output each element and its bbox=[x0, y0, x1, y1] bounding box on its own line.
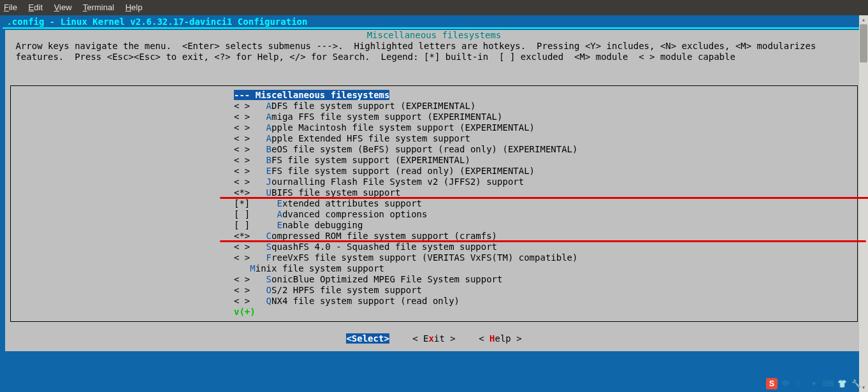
lang-icon[interactable]: 中 bbox=[780, 378, 792, 389]
annotation-underline-1 bbox=[220, 197, 868, 199]
option-row[interactable]: < > ADFS file system support (EXPERIMENT… bbox=[234, 101, 855, 112]
title-rule bbox=[3, 27, 865, 29]
option-row[interactable]: < > Journalling Flash File System v2 (JF… bbox=[234, 177, 855, 187]
option-row[interactable]: < > BFS file system support (EXPERIMENTA… bbox=[234, 155, 855, 166]
option-row[interactable]: < > Apple Macintosh file system support … bbox=[234, 122, 855, 133]
menu-view[interactable]: View bbox=[54, 3, 72, 12]
option-row[interactable]: [ ] Advanced compression options bbox=[234, 209, 855, 220]
scroll-thumb[interactable] bbox=[860, 24, 867, 62]
config-title: .config - Linux Kernel v2.6.32.17-davinc… bbox=[1, 17, 867, 27]
system-tray: S 中 ☾ ✦ ⌨ 👕 🔧 bbox=[766, 378, 862, 389]
section-title: Miscellaneous filesystems bbox=[5, 30, 863, 41]
button-row: <Select> < Exit > < Help > bbox=[5, 327, 863, 351]
help-text: Arrow keys navigate the menu. <Enter> se… bbox=[5, 41, 863, 62]
scrollbar[interactable]: ▴ ▾ bbox=[859, 15, 868, 392]
keyboard-icon[interactable]: ⌨ bbox=[822, 378, 834, 389]
option-row[interactable]: < > BeOS file system (BeFS) support (rea… bbox=[234, 144, 855, 155]
option-row[interactable]: < > SonicBlue Optimized MPEG File System… bbox=[234, 274, 855, 285]
terminal: .config - Linux Kernel v2.6.32.17-davinc… bbox=[0, 15, 868, 392]
menu-terminal[interactable]: Terminal bbox=[83, 3, 114, 12]
menu-help[interactable]: Help bbox=[126, 3, 143, 12]
option-row[interactable]: < > OS/2 HPFS file system support bbox=[234, 285, 855, 296]
moon-icon[interactable]: ☾ bbox=[794, 378, 806, 389]
option-row[interactable]: < > Amiga FFS file system support (EXPER… bbox=[234, 112, 855, 122]
annotation-underline-2 bbox=[220, 240, 866, 242]
help-button[interactable]: < Help > bbox=[479, 333, 521, 344]
menu-file[interactable]: File bbox=[4, 3, 17, 12]
option-row[interactable]: < > Apple Extended HFS file system suppo… bbox=[234, 133, 855, 144]
menubar: File Edit View Terminal Help bbox=[0, 0, 868, 15]
scroll-up-icon[interactable]: ▴ bbox=[859, 15, 868, 24]
ime-icon[interactable]: S bbox=[766, 378, 778, 389]
option-row[interactable]: Minix file system support bbox=[234, 263, 855, 274]
menu-edit[interactable]: Edit bbox=[29, 3, 43, 12]
person-icon[interactable]: 👕 bbox=[836, 378, 848, 389]
option-row[interactable]: < > EFS file system support (read only) … bbox=[234, 166, 855, 177]
more-indicator: v(+) bbox=[234, 307, 855, 317]
sparkle-icon[interactable]: ✦ bbox=[808, 378, 820, 389]
select-button[interactable]: <Select> bbox=[346, 333, 389, 344]
option-row[interactable]: [ ] Enable debugging bbox=[234, 220, 855, 231]
option-row[interactable]: [*] Extended attributes support bbox=[234, 198, 855, 209]
option-row[interactable]: < > QNX4 file system support (read only) bbox=[234, 296, 855, 307]
option-row[interactable]: < > SquashFS 4.0 - Squashed file system … bbox=[234, 242, 855, 252]
option-list[interactable]: --- Miscellaneous filesystems< > ADFS fi… bbox=[10, 85, 858, 322]
list-header[interactable]: --- Miscellaneous filesystems bbox=[234, 90, 855, 101]
wrench-icon[interactable]: 🔧 bbox=[850, 378, 862, 389]
option-row[interactable]: < > FreeVxFS file system support (VERITA… bbox=[234, 252, 855, 263]
menuconfig-panel: Miscellaneous filesystems Arrow keys nav… bbox=[5, 30, 863, 351]
exit-button[interactable]: < Exit > bbox=[412, 333, 455, 344]
